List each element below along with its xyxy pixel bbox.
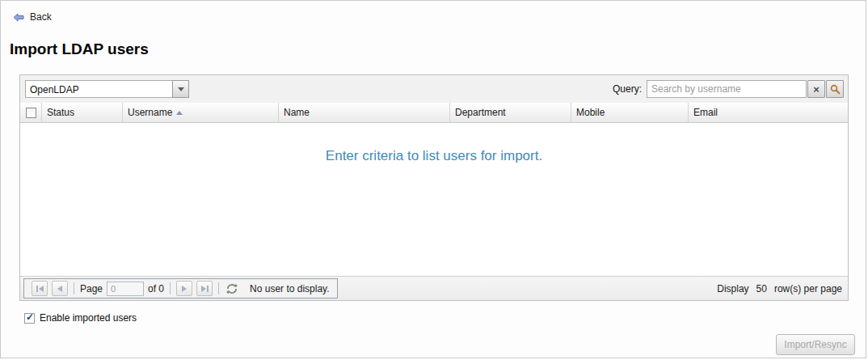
last-page-icon [207,286,209,292]
paging-toolbar: Page of 0 [20,276,848,300]
page-size-value: 50 [756,283,767,294]
paging-controls-group: Page of 0 [23,278,338,299]
checkbox-unchecked-icon [26,108,36,118]
per-page-label: row(s) per page [774,283,842,294]
grid-toolbar: OpenLDAP Query: × [20,75,848,103]
sort-ascending-icon [176,111,183,115]
separator [74,282,74,294]
column-header-department[interactable]: Department [450,103,571,122]
first-page-icon [39,286,44,292]
last-page-icon [201,286,206,292]
import-resync-label: Import/Resync [784,339,846,350]
column-label: Mobile [576,107,605,118]
enable-imported-users-label: Enable imported users [40,312,137,324]
grid-header-row: Status Username Name Department Mobile E… [20,103,848,123]
first-page-icon [36,286,38,292]
column-label: Status [47,107,74,118]
clear-search-button[interactable]: × [807,80,825,98]
previous-page-button[interactable] [52,281,68,296]
search-input[interactable] [647,80,807,98]
back-link[interactable]: Back [13,11,52,23]
column-header-status[interactable]: Status [42,103,123,122]
column-header-email[interactable]: Email [689,103,848,122]
query-group: Query: × [613,80,844,98]
display-label: Display [717,283,748,294]
back-label: Back [30,11,52,23]
column-label: Department [455,107,506,118]
next-page-button[interactable] [176,281,192,296]
refresh-button[interactable] [225,281,239,296]
column-header-mobile[interactable]: Mobile [571,103,689,122]
first-page-button[interactable] [32,281,48,296]
ldap-users-grid-panel: OpenLDAP Query: × [19,74,849,301]
column-header-username[interactable]: Username [123,103,279,122]
query-label: Query: [613,83,642,95]
search-icon [830,84,841,95]
page-count-label: of 0 [148,283,164,294]
refresh-icon [226,283,238,294]
page-label: Page [80,283,103,294]
page-number-input[interactable] [107,282,144,296]
search-button[interactable] [826,80,844,98]
column-label: Username [128,107,172,118]
grid-body: Enter criteria to list users for import. [20,123,848,276]
select-all-checkbox[interactable] [20,103,42,122]
enable-imported-users-checkbox[interactable]: ✓ [24,313,35,324]
empty-state-message: Enter criteria to list users for import. [20,148,848,164]
next-page-icon [182,286,187,292]
combobox-trigger-button[interactable] [172,80,189,98]
enable-imported-users-row: ✓ Enable imported users [24,312,137,324]
import-resync-button[interactable]: Import/Resync [776,334,855,355]
paging-status-text: No user to display. [250,283,330,294]
import-ldap-users-page: Back Import LDAP users OpenLDAP Query: × [0,0,866,358]
back-arrow-icon [13,13,24,22]
last-page-button[interactable] [196,281,213,296]
directory-source-combobox[interactable]: OpenLDAP [25,80,189,98]
directory-source-value[interactable]: OpenLDAP [25,80,172,98]
column-label: Name [284,107,310,118]
page-size-group: Display 50 row(s) per page [717,283,842,294]
column-header-name[interactable]: Name [279,103,450,122]
prev-page-icon [57,286,62,292]
checkmark-icon: ✓ [26,311,34,323]
chevron-down-icon [178,87,184,91]
separator [170,282,171,294]
column-label: Email [693,107,718,118]
separator [218,282,219,294]
close-icon: × [813,83,820,95]
page-title: Import LDAP users [10,40,149,58]
